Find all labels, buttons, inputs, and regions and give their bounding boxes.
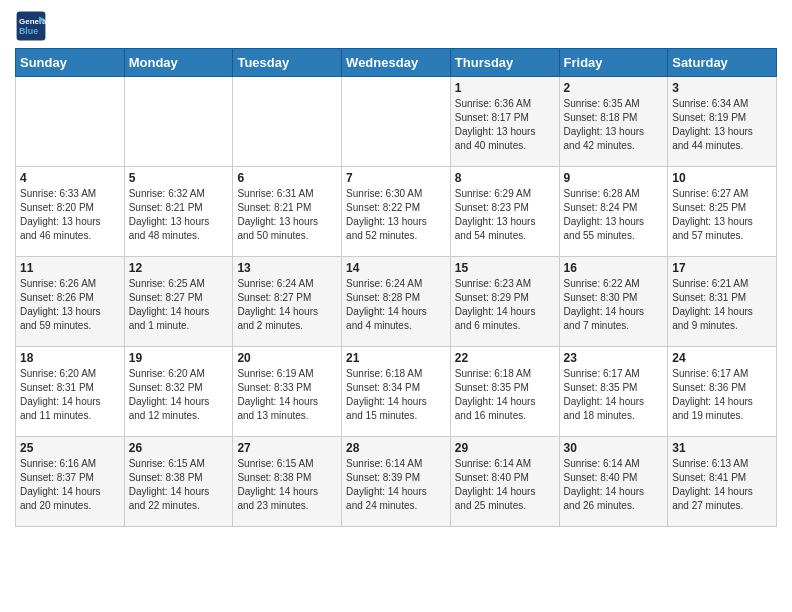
day-content: Sunrise: 6:35 AM Sunset: 8:18 PM Dayligh…: [564, 97, 664, 153]
day-content: Sunrise: 6:14 AM Sunset: 8:39 PM Dayligh…: [346, 457, 446, 513]
day-content: Sunrise: 6:14 AM Sunset: 8:40 PM Dayligh…: [455, 457, 555, 513]
weekday-header-sunday: Sunday: [16, 49, 125, 77]
day-number: 4: [20, 171, 120, 185]
day-number: 28: [346, 441, 446, 455]
day-content: Sunrise: 6:18 AM Sunset: 8:35 PM Dayligh…: [455, 367, 555, 423]
day-content: Sunrise: 6:17 AM Sunset: 8:36 PM Dayligh…: [672, 367, 772, 423]
calendar-week-3: 11Sunrise: 6:26 AM Sunset: 8:26 PM Dayli…: [16, 257, 777, 347]
calendar-cell: 30Sunrise: 6:14 AM Sunset: 8:40 PM Dayli…: [559, 437, 668, 527]
svg-text:Blue: Blue: [19, 26, 38, 36]
day-content: Sunrise: 6:20 AM Sunset: 8:32 PM Dayligh…: [129, 367, 229, 423]
day-number: 5: [129, 171, 229, 185]
weekday-header-wednesday: Wednesday: [342, 49, 451, 77]
day-content: Sunrise: 6:14 AM Sunset: 8:40 PM Dayligh…: [564, 457, 664, 513]
calendar-week-2: 4Sunrise: 6:33 AM Sunset: 8:20 PM Daylig…: [16, 167, 777, 257]
day-content: Sunrise: 6:34 AM Sunset: 8:19 PM Dayligh…: [672, 97, 772, 153]
day-number: 11: [20, 261, 120, 275]
day-number: 27: [237, 441, 337, 455]
day-number: 16: [564, 261, 664, 275]
calendar-cell: 21Sunrise: 6:18 AM Sunset: 8:34 PM Dayli…: [342, 347, 451, 437]
calendar-cell: 10Sunrise: 6:27 AM Sunset: 8:25 PM Dayli…: [668, 167, 777, 257]
day-content: Sunrise: 6:30 AM Sunset: 8:22 PM Dayligh…: [346, 187, 446, 243]
day-content: Sunrise: 6:15 AM Sunset: 8:38 PM Dayligh…: [129, 457, 229, 513]
weekday-header-saturday: Saturday: [668, 49, 777, 77]
calendar-week-5: 25Sunrise: 6:16 AM Sunset: 8:37 PM Dayli…: [16, 437, 777, 527]
calendar-cell: 2Sunrise: 6:35 AM Sunset: 8:18 PM Daylig…: [559, 77, 668, 167]
day-number: 24: [672, 351, 772, 365]
day-number: 7: [346, 171, 446, 185]
day-number: 10: [672, 171, 772, 185]
day-content: Sunrise: 6:15 AM Sunset: 8:38 PM Dayligh…: [237, 457, 337, 513]
day-content: Sunrise: 6:25 AM Sunset: 8:27 PM Dayligh…: [129, 277, 229, 333]
calendar-cell: 7Sunrise: 6:30 AM Sunset: 8:22 PM Daylig…: [342, 167, 451, 257]
calendar-cell: 25Sunrise: 6:16 AM Sunset: 8:37 PM Dayli…: [16, 437, 125, 527]
day-number: 15: [455, 261, 555, 275]
weekday-header-thursday: Thursday: [450, 49, 559, 77]
calendar-cell: 20Sunrise: 6:19 AM Sunset: 8:33 PM Dayli…: [233, 347, 342, 437]
day-content: Sunrise: 6:36 AM Sunset: 8:17 PM Dayligh…: [455, 97, 555, 153]
calendar-cell: 22Sunrise: 6:18 AM Sunset: 8:35 PM Dayli…: [450, 347, 559, 437]
day-content: Sunrise: 6:18 AM Sunset: 8:34 PM Dayligh…: [346, 367, 446, 423]
day-number: 31: [672, 441, 772, 455]
day-number: 21: [346, 351, 446, 365]
day-content: Sunrise: 6:26 AM Sunset: 8:26 PM Dayligh…: [20, 277, 120, 333]
calendar-cell: 9Sunrise: 6:28 AM Sunset: 8:24 PM Daylig…: [559, 167, 668, 257]
day-number: 12: [129, 261, 229, 275]
calendar-cell: 5Sunrise: 6:32 AM Sunset: 8:21 PM Daylig…: [124, 167, 233, 257]
day-content: Sunrise: 6:24 AM Sunset: 8:27 PM Dayligh…: [237, 277, 337, 333]
calendar-cell: 1Sunrise: 6:36 AM Sunset: 8:17 PM Daylig…: [450, 77, 559, 167]
weekday-header-friday: Friday: [559, 49, 668, 77]
calendar-cell: 3Sunrise: 6:34 AM Sunset: 8:19 PM Daylig…: [668, 77, 777, 167]
calendar-cell: 29Sunrise: 6:14 AM Sunset: 8:40 PM Dayli…: [450, 437, 559, 527]
day-number: 30: [564, 441, 664, 455]
day-content: Sunrise: 6:22 AM Sunset: 8:30 PM Dayligh…: [564, 277, 664, 333]
day-content: Sunrise: 6:17 AM Sunset: 8:35 PM Dayligh…: [564, 367, 664, 423]
calendar-cell: [16, 77, 125, 167]
day-number: 13: [237, 261, 337, 275]
day-content: Sunrise: 6:19 AM Sunset: 8:33 PM Dayligh…: [237, 367, 337, 423]
calendar-cell: 28Sunrise: 6:14 AM Sunset: 8:39 PM Dayli…: [342, 437, 451, 527]
calendar-cell: 12Sunrise: 6:25 AM Sunset: 8:27 PM Dayli…: [124, 257, 233, 347]
day-number: 2: [564, 81, 664, 95]
calendar-cell: 24Sunrise: 6:17 AM Sunset: 8:36 PM Dayli…: [668, 347, 777, 437]
page: General Blue SundayMondayTuesdayWednesda…: [0, 0, 792, 542]
calendar-cell: 31Sunrise: 6:13 AM Sunset: 8:41 PM Dayli…: [668, 437, 777, 527]
day-content: Sunrise: 6:28 AM Sunset: 8:24 PM Dayligh…: [564, 187, 664, 243]
day-number: 18: [20, 351, 120, 365]
weekday-header-row: SundayMondayTuesdayWednesdayThursdayFrid…: [16, 49, 777, 77]
calendar-cell: 19Sunrise: 6:20 AM Sunset: 8:32 PM Dayli…: [124, 347, 233, 437]
day-number: 26: [129, 441, 229, 455]
calendar-table: SundayMondayTuesdayWednesdayThursdayFrid…: [15, 48, 777, 527]
day-content: Sunrise: 6:20 AM Sunset: 8:31 PM Dayligh…: [20, 367, 120, 423]
day-number: 9: [564, 171, 664, 185]
calendar-cell: [233, 77, 342, 167]
day-content: Sunrise: 6:21 AM Sunset: 8:31 PM Dayligh…: [672, 277, 772, 333]
day-number: 29: [455, 441, 555, 455]
logo-icon: General Blue: [15, 10, 47, 42]
calendar-week-4: 18Sunrise: 6:20 AM Sunset: 8:31 PM Dayli…: [16, 347, 777, 437]
calendar-cell: 6Sunrise: 6:31 AM Sunset: 8:21 PM Daylig…: [233, 167, 342, 257]
calendar-cell: [124, 77, 233, 167]
weekday-header-tuesday: Tuesday: [233, 49, 342, 77]
day-number: 19: [129, 351, 229, 365]
calendar-cell: 26Sunrise: 6:15 AM Sunset: 8:38 PM Dayli…: [124, 437, 233, 527]
day-number: 23: [564, 351, 664, 365]
calendar-cell: 27Sunrise: 6:15 AM Sunset: 8:38 PM Dayli…: [233, 437, 342, 527]
day-number: 22: [455, 351, 555, 365]
calendar-week-1: 1Sunrise: 6:36 AM Sunset: 8:17 PM Daylig…: [16, 77, 777, 167]
day-content: Sunrise: 6:32 AM Sunset: 8:21 PM Dayligh…: [129, 187, 229, 243]
day-content: Sunrise: 6:31 AM Sunset: 8:21 PM Dayligh…: [237, 187, 337, 243]
day-content: Sunrise: 6:33 AM Sunset: 8:20 PM Dayligh…: [20, 187, 120, 243]
day-number: 25: [20, 441, 120, 455]
day-number: 6: [237, 171, 337, 185]
day-number: 1: [455, 81, 555, 95]
calendar-cell: 11Sunrise: 6:26 AM Sunset: 8:26 PM Dayli…: [16, 257, 125, 347]
day-number: 8: [455, 171, 555, 185]
day-content: Sunrise: 6:16 AM Sunset: 8:37 PM Dayligh…: [20, 457, 120, 513]
day-content: Sunrise: 6:24 AM Sunset: 8:28 PM Dayligh…: [346, 277, 446, 333]
header: General Blue: [15, 10, 777, 42]
calendar-cell: 8Sunrise: 6:29 AM Sunset: 8:23 PM Daylig…: [450, 167, 559, 257]
day-number: 20: [237, 351, 337, 365]
day-number: 3: [672, 81, 772, 95]
calendar-cell: 23Sunrise: 6:17 AM Sunset: 8:35 PM Dayli…: [559, 347, 668, 437]
